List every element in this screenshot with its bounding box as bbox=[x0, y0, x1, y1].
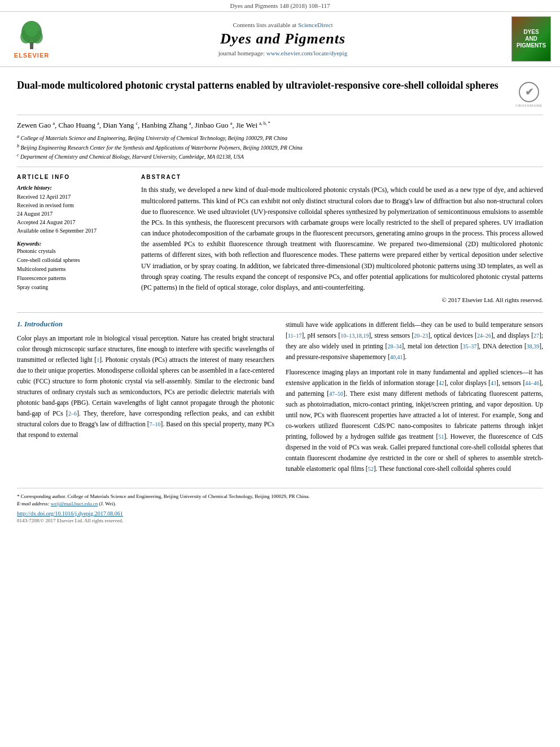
body-col-left: 1. Introduction Color plays an important… bbox=[17, 320, 274, 479]
keyword-5: Spray coating bbox=[17, 283, 130, 292]
journal-citation: Dyes and Pigments 148 (2018) 108–117 bbox=[230, 2, 330, 9]
crossmark-icon: ✔ bbox=[519, 82, 539, 102]
body-section: 1. Introduction Color plays an important… bbox=[17, 320, 543, 479]
ref-52[interactable]: 52 bbox=[368, 466, 374, 472]
history-label: Article history: bbox=[17, 185, 130, 191]
journal-thumbnail: dyesandpigments bbox=[511, 16, 551, 62]
available-date: Available online 6 September 2017 bbox=[17, 226, 130, 235]
ref-27[interactable]: 27 bbox=[533, 333, 539, 339]
affiliations: a College of Materials Science and Engin… bbox=[17, 133, 543, 167]
accepted-date: Accepted 24 August 2017 bbox=[17, 218, 130, 226]
body-col-right: stimuli have wide applications in differ… bbox=[286, 320, 543, 479]
affil-a: a College of Materials Science and Engin… bbox=[17, 133, 543, 142]
journal-header: ELSEVIER Contents lists available at Sci… bbox=[0, 12, 560, 67]
ref-51[interactable]: 51 bbox=[438, 434, 444, 440]
intro-para-3: Fluorescence imaging plays an important … bbox=[286, 367, 543, 474]
elsevier-label: ELSEVIER bbox=[14, 52, 49, 59]
ref-28-34[interactable]: 28–34 bbox=[387, 343, 401, 350]
received-date: Received 12 April 2017 bbox=[17, 193, 130, 201]
ref-11-17[interactable]: 11–17 bbox=[288, 333, 302, 339]
history-section: Article history: Received 12 April 2017 … bbox=[17, 185, 130, 235]
keywords-label: Keywords: bbox=[17, 241, 130, 247]
article-title: Dual-mode multicolored photonic crystal … bbox=[17, 78, 506, 93]
ref-47-50[interactable]: 47–50 bbox=[329, 391, 343, 397]
keyword-4: Fluorescence patterns bbox=[17, 274, 130, 283]
authors-text: Zewen Gao a, Chao Huang a, Dian Yang c, … bbox=[17, 121, 270, 129]
crossmark-label: CrossMark bbox=[515, 103, 542, 108]
elsevier-tree-icon bbox=[15, 20, 49, 51]
abstract-heading: ABSTRACT bbox=[141, 174, 543, 180]
affil-b: b Beijing Engineering Research Center fo… bbox=[17, 143, 543, 152]
homepage-label: journal homepage: bbox=[218, 50, 265, 56]
section-divider bbox=[17, 312, 543, 313]
homepage-line: journal homepage: www.elsevier.com/locat… bbox=[61, 50, 505, 56]
ref-7-10[interactable]: 7–10 bbox=[150, 421, 161, 427]
article-title-text: Dual-mode multicolored photonic crystal … bbox=[17, 78, 506, 93]
keyword-3: Multicolored patterns bbox=[17, 265, 130, 274]
ref-38-39[interactable]: 38,39 bbox=[527, 343, 540, 350]
article-info-heading: ARTICLE INFO bbox=[17, 174, 130, 180]
article-container: Dual-mode multicolored photonic crystal … bbox=[0, 67, 560, 535]
ref-2-6[interactable]: 2–6 bbox=[68, 410, 77, 417]
issn-text: 0143-7208/© 2017 Elsevier Ltd. All right… bbox=[17, 518, 543, 523]
authors-line: Zewen Gao a, Chao Huang a, Dian Yang c, … bbox=[17, 121, 543, 130]
thumbnail-text: dyesandpigments bbox=[517, 29, 546, 49]
info-abstract-section: ARTICLE INFO Article history: Received 1… bbox=[17, 174, 543, 303]
keyword-1: Photonic crystals bbox=[17, 247, 130, 256]
journal-center-info: Contents lists available at ScienceDirec… bbox=[61, 21, 505, 56]
homepage-url[interactable]: www.elsevier.com/locate/dyepig bbox=[266, 50, 347, 56]
doi-link[interactable]: http://dx.doi.org/10.1016/j.dyepig.2017.… bbox=[17, 510, 543, 517]
sciencedirect-link[interactable]: ScienceDirect bbox=[298, 21, 333, 28]
intro-para-1: Color plays an important role in biologi… bbox=[17, 333, 274, 440]
email-link[interactable]: weij@mail.buct.edu.cn bbox=[51, 501, 98, 506]
ref-24-26[interactable]: 24–26 bbox=[477, 333, 491, 339]
ref-10-13[interactable]: 10–13,18,19 bbox=[340, 333, 369, 339]
ref-43[interactable]: 43 bbox=[491, 380, 496, 386]
ref-42[interactable]: 42 bbox=[439, 380, 444, 386]
keywords-section: Keywords: Photonic crystals Core-shell c… bbox=[17, 241, 130, 292]
crossmark-badge[interactable]: ✔ CrossMark bbox=[515, 82, 543, 108]
top-bar: Dyes and Pigments 148 (2018) 108–117 bbox=[0, 0, 560, 12]
abstract-section: ABSTRACT In this study, we developed a n… bbox=[141, 174, 543, 303]
ref-44-46[interactable]: 44–46 bbox=[525, 380, 539, 386]
abstract-text: In this study, we developed a new kind o… bbox=[141, 185, 543, 293]
revised-date: Received in revised form24 August 2017 bbox=[17, 201, 130, 218]
intro-para-2: stimuli have wide applications in differ… bbox=[286, 320, 543, 362]
intro-heading: 1. Introduction bbox=[17, 320, 274, 329]
ref-1[interactable]: 1 bbox=[97, 357, 99, 363]
ref-35-37[interactable]: 35–37 bbox=[462, 343, 476, 350]
ref-20-23[interactable]: 20–23 bbox=[414, 333, 428, 339]
contents-line: Contents lists available at ScienceDirec… bbox=[61, 21, 505, 28]
keyword-2: Core-shell colloidal spheres bbox=[17, 256, 130, 265]
article-footer: * Corresponding author. College of Mater… bbox=[17, 488, 543, 523]
journal-name-display: Dyes and Pigments bbox=[61, 30, 505, 47]
footnote-star: * Corresponding author. College of Mater… bbox=[17, 493, 543, 508]
article-title-section: Dual-mode multicolored photonic crystal … bbox=[17, 78, 543, 115]
svg-point-4 bbox=[25, 21, 38, 37]
elsevier-logo-box: ELSEVIER bbox=[9, 20, 54, 59]
article-info-panel: ARTICLE INFO Article history: Received 1… bbox=[17, 174, 130, 303]
affil-c: c Department of Chemistry and Chemical B… bbox=[17, 152, 543, 161]
ref-40-41[interactable]: 40,41 bbox=[390, 354, 403, 360]
copyright-line: © 2017 Elsevier Ltd. All rights reserved… bbox=[141, 296, 543, 303]
